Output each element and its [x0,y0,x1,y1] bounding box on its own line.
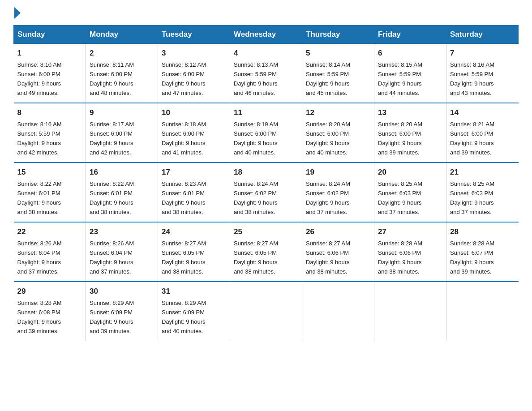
header-row: SundayMondayTuesdayWednesdayThursdayFrid… [14,26,519,44]
day-info: Sunrise: 8:28 AMSunset: 6:07 PMDaylight:… [450,240,494,275]
day-number: 26 [306,226,370,238]
day-number: 8 [17,107,82,119]
day-cell: 8Sunrise: 8:16 AMSunset: 5:59 PMDaylight… [14,103,86,163]
week-row-4: 22Sunrise: 8:26 AMSunset: 6:04 PMDayligh… [14,222,519,282]
day-info: Sunrise: 8:26 AMSunset: 6:04 PMDaylight:… [90,240,134,275]
header-cell-sunday: Sunday [14,26,86,44]
day-cell: 1Sunrise: 8:10 AMSunset: 6:00 PMDaylight… [14,44,86,103]
day-number: 25 [234,226,298,238]
day-number: 23 [90,226,154,238]
logo-block [13,9,21,17]
day-cell: 2Sunrise: 8:11 AMSunset: 6:00 PMDaylight… [86,44,158,103]
day-info: Sunrise: 8:26 AMSunset: 6:04 PMDaylight:… [17,240,62,275]
day-cell: 15Sunrise: 8:22 AMSunset: 6:01 PMDayligh… [14,163,86,222]
day-number: 22 [17,226,82,238]
logo [13,9,21,17]
day-cell [446,282,519,341]
page-header [13,9,519,17]
day-number: 13 [378,107,442,119]
calendar-table: SundayMondayTuesdayWednesdayThursdayFrid… [13,25,519,341]
day-info: Sunrise: 8:25 AMSunset: 6:03 PMDaylight:… [450,180,494,215]
day-number: 24 [162,226,226,238]
week-row-5: 29Sunrise: 8:28 AMSunset: 6:08 PMDayligh… [14,282,519,341]
week-row-1: 1Sunrise: 8:10 AMSunset: 6:00 PMDaylight… [14,44,519,103]
day-number: 15 [17,167,82,178]
day-cell [374,282,446,341]
day-number: 20 [378,167,442,178]
day-info: Sunrise: 8:27 AMSunset: 6:05 PMDaylight:… [234,240,278,275]
day-info: Sunrise: 8:25 AMSunset: 6:03 PMDaylight:… [378,180,422,215]
day-cell: 31Sunrise: 8:29 AMSunset: 6:09 PMDayligh… [158,282,230,341]
day-number: 3 [162,47,226,59]
day-cell: 30Sunrise: 8:29 AMSunset: 6:09 PMDayligh… [86,282,158,341]
day-info: Sunrise: 8:11 AMSunset: 6:00 PMDaylight:… [90,61,134,96]
day-cell: 19Sunrise: 8:24 AMSunset: 6:02 PMDayligh… [302,163,374,222]
calendar-header: SundayMondayTuesdayWednesdayThursdayFrid… [14,26,519,44]
day-info: Sunrise: 8:24 AMSunset: 6:02 PMDaylight:… [234,180,278,215]
day-info: Sunrise: 8:28 AMSunset: 6:08 PMDaylight:… [17,300,62,334]
day-number: 27 [378,226,442,238]
day-number: 1 [17,47,82,59]
day-number: 19 [306,167,370,178]
day-number: 10 [162,107,226,119]
day-number: 5 [306,47,370,59]
day-cell: 27Sunrise: 8:28 AMSunset: 6:06 PMDayligh… [374,222,446,282]
day-info: Sunrise: 8:28 AMSunset: 6:06 PMDaylight:… [378,240,422,275]
day-cell: 21Sunrise: 8:25 AMSunset: 6:03 PMDayligh… [446,163,519,222]
day-info: Sunrise: 8:22 AMSunset: 6:01 PMDaylight:… [17,180,62,215]
day-number: 31 [162,286,226,297]
day-info: Sunrise: 8:20 AMSunset: 6:00 PMDaylight:… [378,121,422,156]
day-number: 12 [306,107,370,119]
day-cell [302,282,374,341]
header-cell-friday: Friday [374,26,446,44]
header-cell-monday: Monday [86,26,158,44]
day-cell: 4Sunrise: 8:13 AMSunset: 5:59 PMDaylight… [230,44,302,103]
day-info: Sunrise: 8:16 AMSunset: 5:59 PMDaylight:… [450,61,494,96]
day-info: Sunrise: 8:27 AMSunset: 6:06 PMDaylight:… [306,240,350,275]
day-number: 9 [90,107,154,119]
day-cell: 9Sunrise: 8:17 AMSunset: 6:00 PMDaylight… [86,103,158,163]
day-cell: 26Sunrise: 8:27 AMSunset: 6:06 PMDayligh… [302,222,374,282]
day-info: Sunrise: 8:12 AMSunset: 6:00 PMDaylight:… [162,61,206,96]
day-info: Sunrise: 8:29 AMSunset: 6:09 PMDaylight:… [90,300,134,334]
day-cell: 12Sunrise: 8:20 AMSunset: 6:00 PMDayligh… [302,103,374,163]
day-cell: 24Sunrise: 8:27 AMSunset: 6:05 PMDayligh… [158,222,230,282]
week-row-2: 8Sunrise: 8:16 AMSunset: 5:59 PMDaylight… [14,103,519,163]
header-cell-saturday: Saturday [446,26,519,44]
day-number: 29 [17,286,82,297]
day-number: 30 [90,286,154,297]
day-number: 2 [90,47,154,59]
day-info: Sunrise: 8:17 AMSunset: 6:00 PMDaylight:… [90,121,134,156]
day-cell: 3Sunrise: 8:12 AMSunset: 6:00 PMDaylight… [158,44,230,103]
day-cell: 7Sunrise: 8:16 AMSunset: 5:59 PMDaylight… [446,44,519,103]
day-info: Sunrise: 8:10 AMSunset: 6:00 PMDaylight:… [17,61,62,96]
day-cell: 28Sunrise: 8:28 AMSunset: 6:07 PMDayligh… [446,222,519,282]
day-number: 6 [378,47,442,59]
day-info: Sunrise: 8:27 AMSunset: 6:05 PMDaylight:… [162,240,206,275]
day-cell: 25Sunrise: 8:27 AMSunset: 6:05 PMDayligh… [230,222,302,282]
day-info: Sunrise: 8:20 AMSunset: 6:00 PMDaylight:… [306,121,350,156]
day-cell: 14Sunrise: 8:21 AMSunset: 6:00 PMDayligh… [446,103,519,163]
day-cell: 13Sunrise: 8:20 AMSunset: 6:00 PMDayligh… [374,103,446,163]
logo-arrow-icon [14,7,21,19]
day-cell: 29Sunrise: 8:28 AMSunset: 6:08 PMDayligh… [14,282,86,341]
header-cell-thursday: Thursday [302,26,374,44]
day-number: 28 [450,226,515,238]
day-info: Sunrise: 8:21 AMSunset: 6:00 PMDaylight:… [450,121,494,156]
day-info: Sunrise: 8:19 AMSunset: 6:00 PMDaylight:… [234,121,278,156]
day-number: 16 [90,167,154,178]
day-cell: 11Sunrise: 8:19 AMSunset: 6:00 PMDayligh… [230,103,302,163]
day-number: 11 [234,107,298,119]
day-info: Sunrise: 8:23 AMSunset: 6:01 PMDaylight:… [162,180,206,215]
logo-line1 [13,9,21,19]
day-number: 18 [234,167,298,178]
day-cell: 5Sunrise: 8:14 AMSunset: 5:59 PMDaylight… [302,44,374,103]
day-cell: 23Sunrise: 8:26 AMSunset: 6:04 PMDayligh… [86,222,158,282]
day-info: Sunrise: 8:18 AMSunset: 6:00 PMDaylight:… [162,121,206,156]
day-info: Sunrise: 8:13 AMSunset: 5:59 PMDaylight:… [234,61,278,96]
header-cell-wednesday: Wednesday [230,26,302,44]
calendar-body: 1Sunrise: 8:10 AMSunset: 6:00 PMDaylight… [14,44,519,341]
day-info: Sunrise: 8:14 AMSunset: 5:59 PMDaylight:… [306,61,350,96]
day-info: Sunrise: 8:29 AMSunset: 6:09 PMDaylight:… [162,300,206,334]
day-cell: 18Sunrise: 8:24 AMSunset: 6:02 PMDayligh… [230,163,302,222]
